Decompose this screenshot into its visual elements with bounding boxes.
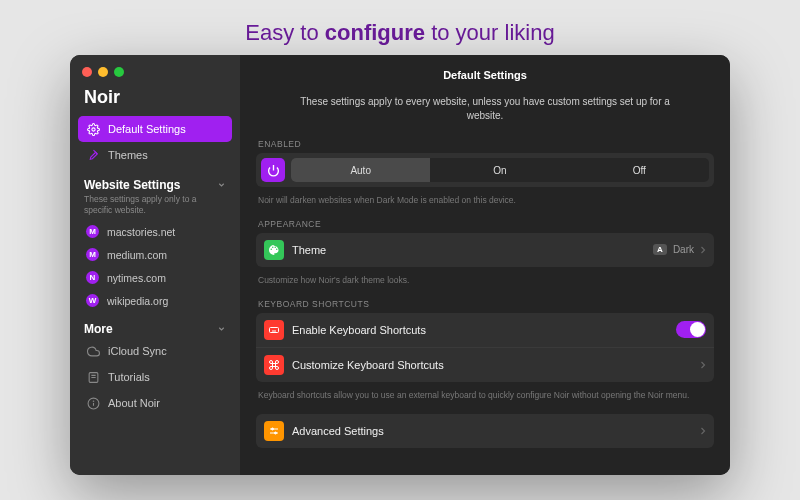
sidebar-site-item[interactable]: Wwikipedia.org	[78, 289, 232, 312]
segment-on[interactable]: On	[430, 158, 569, 182]
chevron-down-icon	[217, 322, 226, 336]
enabled-card: Auto On Off	[256, 153, 714, 187]
command-icon	[264, 355, 284, 375]
favicon-icon: W	[86, 294, 99, 307]
favicon-icon: M	[86, 225, 99, 238]
zoom-icon[interactable]	[114, 67, 124, 77]
svg-point-16	[275, 432, 277, 434]
row-advanced-settings[interactable]: Advanced Settings	[256, 414, 714, 448]
row-enable-shortcuts[interactable]: Enable Keyboard Shortcuts	[256, 313, 714, 347]
paint-icon	[86, 148, 100, 162]
sidebar-site-item[interactable]: Mmedium.com	[78, 243, 232, 266]
svg-point-6	[93, 401, 94, 402]
sidebar-item-about[interactable]: About Noir	[78, 390, 232, 416]
row-theme[interactable]: Theme A Dark	[256, 233, 714, 267]
favicon-icon: N	[86, 271, 99, 284]
group-label-enabled: ENABLED	[256, 139, 714, 153]
segment-auto[interactable]: Auto	[291, 158, 430, 182]
enabled-segmented-control[interactable]: Auto On Off	[291, 158, 709, 182]
svg-rect-8	[270, 327, 279, 332]
sidebar-site-item[interactable]: Mmacstories.net	[78, 220, 232, 243]
keyboard-card: Enable Keyboard Shortcuts Customize Keyb…	[256, 313, 714, 382]
svg-point-0	[91, 127, 94, 130]
page-description: These settings apply to every website, u…	[256, 95, 714, 139]
chevron-right-icon	[700, 422, 706, 440]
sidebar-section-desc: These settings apply only to a specific …	[78, 194, 232, 220]
keyboard-hint: Keyboard shortcuts allow you to use an e…	[256, 386, 714, 414]
sidebar-section-more[interactable]: More	[78, 312, 232, 338]
sidebar-item-tutorials[interactable]: Tutorials	[78, 364, 232, 390]
chevron-right-icon	[700, 241, 706, 259]
svg-point-15	[272, 428, 274, 430]
info-icon	[86, 396, 100, 410]
segment-off[interactable]: Off	[570, 158, 709, 182]
enabled-hint: Noir will darken websites when Dark Mode…	[256, 191, 714, 219]
theme-icon	[264, 240, 284, 260]
book-icon	[86, 370, 100, 384]
gear-icon	[86, 122, 100, 136]
advanced-card: Advanced Settings	[256, 414, 714, 448]
chevron-right-icon	[700, 356, 706, 374]
cloud-icon	[86, 344, 100, 358]
app-title: Noir	[78, 87, 232, 116]
window-controls	[78, 65, 232, 87]
sidebar-site-item[interactable]: Nnytimes.com	[78, 266, 232, 289]
favicon-icon: M	[86, 248, 99, 261]
theme-badge: A	[653, 244, 667, 255]
close-icon[interactable]	[82, 67, 92, 77]
group-label-keyboard: KEYBOARD SHORTCUTS	[256, 299, 714, 313]
sidebar: Noir Default Settings Themes Website Set…	[70, 55, 240, 475]
sidebar-item-label: Themes	[108, 149, 148, 161]
appearance-card: Theme A Dark	[256, 233, 714, 267]
app-window: Noir Default Settings Themes Website Set…	[70, 55, 730, 475]
sidebar-item-default-settings[interactable]: Default Settings	[78, 116, 232, 142]
power-icon[interactable]	[261, 158, 285, 182]
appearance-hint: Customize how Noir's dark theme looks.	[256, 271, 714, 299]
chevron-down-icon	[217, 178, 226, 192]
sidebar-item-themes[interactable]: Themes	[78, 142, 232, 168]
sidebar-section-website-settings[interactable]: Website Settings	[78, 168, 232, 194]
sidebar-item-label: Default Settings	[108, 123, 186, 135]
keyboard-icon	[264, 320, 284, 340]
shortcuts-toggle[interactable]	[676, 321, 706, 338]
minimize-icon[interactable]	[98, 67, 108, 77]
sidebar-item-icloud-sync[interactable]: iCloud Sync	[78, 338, 232, 364]
sliders-icon	[264, 421, 284, 441]
main-panel: Default Settings These settings apply to…	[240, 55, 730, 475]
promo-headline: Easy to configure to your liking	[0, 20, 800, 46]
group-label-appearance: APPEARANCE	[256, 219, 714, 233]
row-customize-shortcuts[interactable]: Customize Keyboard Shortcuts	[256, 347, 714, 382]
page-title: Default Settings	[256, 65, 714, 95]
theme-value: Dark	[673, 244, 694, 255]
